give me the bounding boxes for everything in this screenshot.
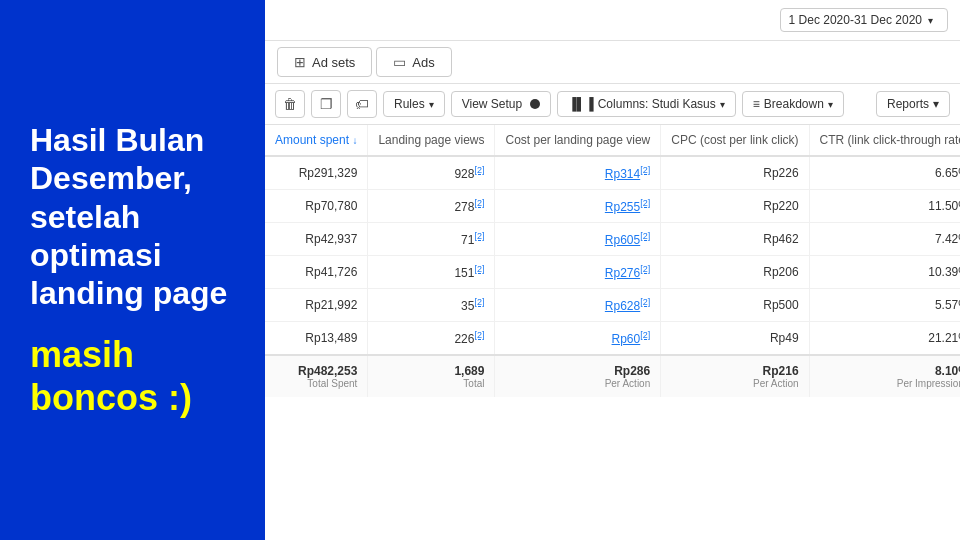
- intro-text: Hasil Bulan Desember, setelah optimasi l…: [30, 121, 235, 313]
- date-range-label: 1 Dec 2020-31 Dec 2020: [789, 13, 922, 27]
- cell-lpv-5: 226[2]: [368, 322, 495, 356]
- intro-line1: Hasil Bulan: [30, 122, 204, 158]
- data-table: Amount spent ↓ Landing page views Cost p…: [265, 125, 960, 397]
- cell-amount-0: Rp291,329: [265, 156, 368, 190]
- highlight-line2: boncos :): [30, 377, 192, 418]
- breakdown-chevron-icon: ▾: [828, 99, 833, 110]
- cell-lpv-1: 278[2]: [368, 190, 495, 223]
- cell-cpc-0: Rp226: [661, 156, 809, 190]
- view-setup-button[interactable]: View Setup: [451, 91, 552, 117]
- col-header-ctr: CTR (link click-through rate): [809, 125, 960, 156]
- rules-button[interactable]: Rules ▾: [383, 91, 445, 117]
- columns-label: Columns: Studi Kasus: [598, 97, 716, 111]
- columns-chevron-icon: ▾: [720, 99, 725, 110]
- breakdown-icon: ≡: [753, 97, 760, 111]
- footer-cplpv: Rp286 Per Action: [495, 355, 661, 397]
- tab-ad-sets-label: Ad sets: [312, 55, 355, 70]
- cell-cplpv-4: Rp628[2]: [495, 289, 661, 322]
- ads-icon: ▭: [393, 54, 406, 70]
- cell-amount-1: Rp70,780: [265, 190, 368, 223]
- highlight-line1: masih: [30, 334, 134, 375]
- cell-amount-5: Rp13,489: [265, 322, 368, 356]
- intro-line5: landing page: [30, 275, 227, 311]
- cell-cplpv-0: Rp314[2]: [495, 156, 661, 190]
- col-header-amount-spent[interactable]: Amount spent ↓: [265, 125, 368, 156]
- footer-ctr: 8.10% Per Impressions: [809, 355, 960, 397]
- cell-cpc-3: Rp206: [661, 256, 809, 289]
- columns-button[interactable]: ▐▌▐ Columns: Studi Kasus ▾: [557, 91, 736, 117]
- toolbar: 🗑 ❐ 🏷 Rules ▾ View Setup ▐▌▐ Columns: St…: [265, 84, 960, 125]
- cell-amount-4: Rp21,992: [265, 289, 368, 322]
- col-header-cpc: CPC (cost per link click): [661, 125, 809, 156]
- cell-lpv-0: 928[2]: [368, 156, 495, 190]
- cell-ctr-2: 7.42%: [809, 223, 960, 256]
- data-table-container: Amount spent ↓ Landing page views Cost p…: [265, 125, 960, 540]
- footer-amount: Rp482,253 Total Spent: [265, 355, 368, 397]
- view-setup-label: View Setup: [462, 97, 523, 111]
- breakdown-label: Breakdown: [764, 97, 824, 111]
- reports-chevron-icon: ▾: [933, 97, 939, 111]
- duplicate-icon: ❐: [320, 96, 333, 112]
- cell-lpv-2: 71[2]: [368, 223, 495, 256]
- left-panel: Hasil Bulan Desember, setelah optimasi l…: [0, 0, 265, 540]
- rules-chevron-icon: ▾: [429, 99, 434, 110]
- right-panel: 1 Dec 2020-31 Dec 2020 ▾ ⊞ Ad sets ▭ Ads…: [265, 0, 960, 540]
- cell-lpv-3: 151[2]: [368, 256, 495, 289]
- cell-cplpv-2: Rp605[2]: [495, 223, 661, 256]
- delete-icon: 🗑: [283, 96, 297, 112]
- duplicate-button[interactable]: ❐: [311, 90, 341, 118]
- table-row: Rp291,329 928[2] Rp314[2] Rp226 6.65% 1[…: [265, 156, 960, 190]
- tab-ads[interactable]: ▭ Ads: [376, 47, 451, 77]
- reports-button[interactable]: Reports ▾: [876, 91, 950, 117]
- tab-ads-label: Ads: [412, 55, 434, 70]
- table-row: Rp42,937 71[2] Rp605[2] Rp462 7.42% —: [265, 223, 960, 256]
- col-header-lpv: Landing page views: [368, 125, 495, 156]
- cell-amount-3: Rp41,726: [265, 256, 368, 289]
- tab-ad-sets[interactable]: ⊞ Ad sets: [277, 47, 372, 77]
- table-row: Rp70,780 278[2] Rp255[2] Rp220 11.50% —: [265, 190, 960, 223]
- date-range-selector[interactable]: 1 Dec 2020-31 Dec 2020 ▾: [780, 8, 948, 32]
- col-header-cplpv: Cost per landing page view: [495, 125, 661, 156]
- cell-cplpv-5: Rp60[2]: [495, 322, 661, 356]
- cell-cplpv-1: Rp255[2]: [495, 190, 661, 223]
- highlight-text: masih boncos :): [30, 333, 235, 419]
- ad-sets-icon: ⊞: [294, 54, 306, 70]
- view-setup-dot: [530, 99, 540, 109]
- table-header-row: Amount spent ↓ Landing page views Cost p…: [265, 125, 960, 156]
- cell-amount-2: Rp42,937: [265, 223, 368, 256]
- tab-bar: ⊞ Ad sets ▭ Ads: [265, 41, 960, 84]
- cell-ctr-5: 21.21%: [809, 322, 960, 356]
- cell-cpc-1: Rp220: [661, 190, 809, 223]
- intro-line3: setelah: [30, 199, 140, 235]
- table-row: Rp21,992 35[2] Rp628[2] Rp500 5.57% —: [265, 289, 960, 322]
- cell-cpc-4: Rp500: [661, 289, 809, 322]
- table-footer-row: Rp482,253 Total Spent 1,689 Total Rp286 …: [265, 355, 960, 397]
- rules-label: Rules: [394, 97, 425, 111]
- cell-cpc-2: Rp462: [661, 223, 809, 256]
- cell-lpv-4: 35[2]: [368, 289, 495, 322]
- date-chevron-icon: ▾: [928, 15, 933, 26]
- cell-cpc-5: Rp49: [661, 322, 809, 356]
- footer-lpv: 1,689 Total: [368, 355, 495, 397]
- top-bar: 1 Dec 2020-31 Dec 2020 ▾: [265, 0, 960, 41]
- footer-cpc: Rp216 Per Action: [661, 355, 809, 397]
- reports-label: Reports: [887, 97, 929, 111]
- intro-line4: optimasi: [30, 237, 162, 273]
- breakdown-button[interactable]: ≡ Breakdown ▾: [742, 91, 844, 117]
- cell-ctr-1: 11.50%: [809, 190, 960, 223]
- tag-button[interactable]: 🏷: [347, 90, 377, 118]
- table-row: Rp41,726 151[2] Rp276[2] Rp206 10.39% —: [265, 256, 960, 289]
- intro-line2: Desember,: [30, 160, 192, 196]
- cell-ctr-3: 10.39%: [809, 256, 960, 289]
- delete-button[interactable]: 🗑: [275, 90, 305, 118]
- table-row: Rp13,489 226[2] Rp60[2] Rp49 21.21% —: [265, 322, 960, 356]
- sort-icon: ↓: [352, 135, 357, 146]
- cell-ctr-0: 6.65%: [809, 156, 960, 190]
- columns-icon: ▐▌▐: [568, 97, 594, 111]
- cell-cplpv-3: Rp276[2]: [495, 256, 661, 289]
- cell-ctr-4: 5.57%: [809, 289, 960, 322]
- tag-icon: 🏷: [355, 96, 369, 112]
